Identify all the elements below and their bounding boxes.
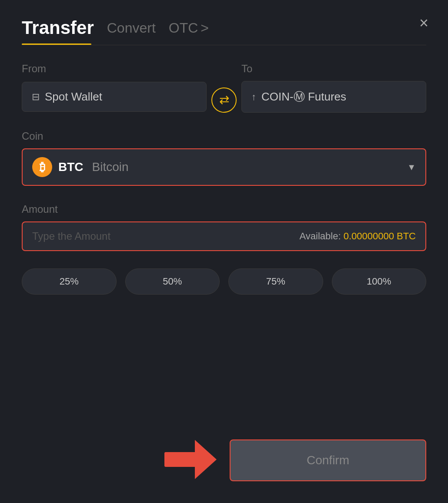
svg-marker-1 <box>195 440 217 479</box>
pct-50-button[interactable]: 50% <box>125 268 220 295</box>
from-to-section: From To ⊟ Spot Wallet ⇄ ↑ <box>22 63 426 113</box>
available-balance: Available: 0.00000000 BTC <box>300 231 416 242</box>
available-value: 0.00000000 BTC <box>344 231 416 241</box>
to-wallet-col: ↑ COIN-Ⓜ Futures <box>241 81 426 113</box>
amount-label: Amount <box>22 203 426 215</box>
arrow-wrapper <box>164 440 217 481</box>
tab-active-indicator <box>22 44 91 45</box>
coin-label: Coin <box>22 130 426 142</box>
amount-placeholder: Type the Amount <box>32 230 110 242</box>
to-wallet-label: COIN-Ⓜ Futures <box>261 89 346 104</box>
percentage-buttons: 25% 50% 75% 100% <box>22 268 426 295</box>
coin-section: Coin ₿ BTC Bitcoin ▼ <box>22 130 426 186</box>
from-column: From <box>22 63 207 81</box>
coin-name: Bitcoin <box>92 160 129 174</box>
chevron-right-icon: > <box>201 20 209 36</box>
arrow-container <box>22 440 230 481</box>
tab-underline-container <box>22 44 426 45</box>
transfer-modal: Transfer Convert OTC > × From To ⊟ Spot … <box>0 0 448 503</box>
confirm-button[interactable]: Confirm <box>230 439 426 481</box>
svg-rect-0 <box>164 452 197 467</box>
swap-icon: ⇄ <box>219 93 229 107</box>
modal-header: Transfer Convert OTC > <box>22 17 426 38</box>
from-wallet-label: Spot Wallet <box>45 90 102 104</box>
swap-button[interactable]: ⇄ <box>211 87 237 113</box>
from-to-labels: From To <box>22 63 426 81</box>
arrow-right-icon <box>164 440 217 479</box>
to-column: To <box>241 63 426 81</box>
tab-otc[interactable]: OTC > <box>169 20 209 36</box>
available-label: Available: <box>300 231 341 241</box>
from-wallet-box[interactable]: ⊟ Spot Wallet <box>22 82 207 112</box>
confirm-row: Confirm <box>22 439 426 481</box>
tab-convert[interactable]: Convert <box>107 20 156 36</box>
coin-dropdown[interactable]: ₿ BTC Bitcoin ▼ <box>22 148 426 186</box>
coin-symbol: BTC <box>58 160 84 174</box>
pct-75-button[interactable]: 75% <box>228 268 323 295</box>
to-wallet-box[interactable]: ↑ COIN-Ⓜ Futures <box>241 81 426 113</box>
btc-letter: ₿ <box>40 161 45 174</box>
chevron-down-icon: ▼ <box>407 162 416 172</box>
amount-input-box[interactable]: Type the Amount Available: 0.00000000 BT… <box>22 221 426 251</box>
from-wallet-col: ⊟ Spot Wallet <box>22 82 207 112</box>
to-label: To <box>241 63 426 75</box>
close-button[interactable]: × <box>419 15 428 31</box>
wallet-card-icon: ⊟ <box>32 91 40 103</box>
btc-icon: ₿ <box>32 157 52 177</box>
from-to-row: ⊟ Spot Wallet ⇄ ↑ COIN-Ⓜ Futures <box>22 81 426 113</box>
pct-100-button[interactable]: 100% <box>332 268 427 295</box>
tab-transfer[interactable]: Transfer <box>22 17 94 38</box>
amount-section: Amount Type the Amount Available: 0.0000… <box>22 203 426 251</box>
from-label: From <box>22 63 207 75</box>
pct-25-button[interactable]: 25% <box>22 268 117 295</box>
swap-col: ⇄ <box>207 87 241 113</box>
futures-icon: ↑ <box>251 91 256 103</box>
